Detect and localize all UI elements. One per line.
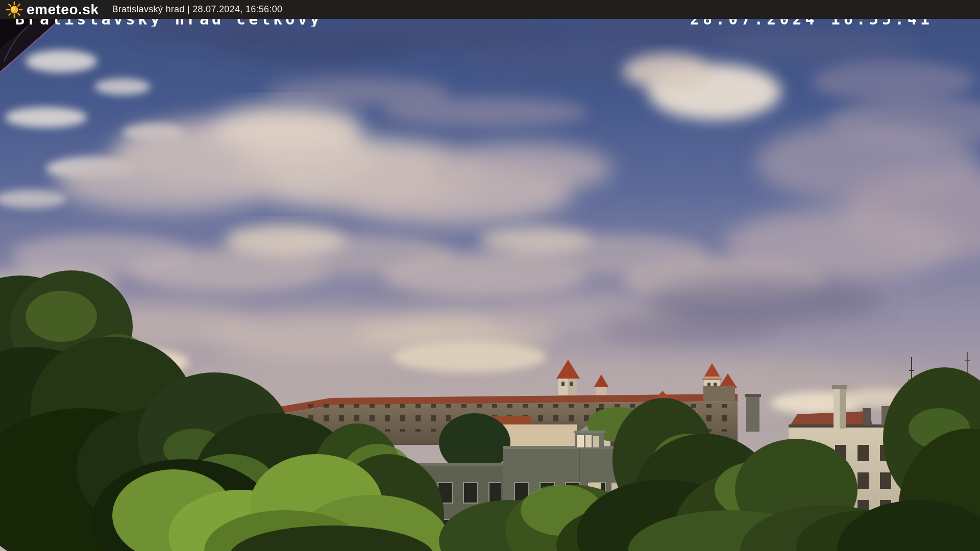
webcam-caption: Bratislavský hrad | 28.07.2024, 16:56:00 [112, 0, 282, 19]
site-logo[interactable]: emeteo.sk [27, 0, 99, 19]
sun-icon [6, 1, 23, 18]
webcam-image [0, 0, 980, 551]
chimney [863, 408, 871, 425]
webcam-burned-caption-left: Bratislavský hrad celkový [15, 19, 403, 27]
header-bar: emeteo.sk Bratislavský hrad | 28.07.2024… [0, 0, 980, 19]
webcam-burned-timestamp-right: 28.07.2024 16:55:41 [690, 19, 980, 27]
vent-tower [746, 396, 760, 432]
webcam-page: Bratislavský hrad celkový 28.07.2024 16:… [0, 0, 980, 551]
